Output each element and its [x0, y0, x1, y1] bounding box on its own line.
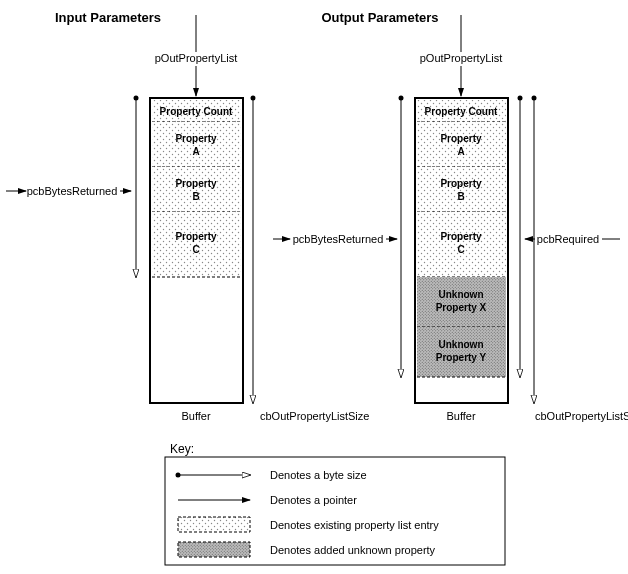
cell-unknown-x-l1-output: Unknown: [439, 289, 484, 300]
cell-property-c-l1-output: Property: [440, 231, 482, 242]
label-poutpropertylist-output: pOutPropertyList: [420, 52, 503, 64]
label-cboutpropertylistsize-output: cbOutPropertyListSize: [535, 410, 628, 422]
output-title: Output Parameters: [321, 10, 438, 25]
label-cboutpropertylistsize-input: cbOutPropertyListSize: [260, 410, 369, 422]
cell-unknown-x-l2-output: Property X: [436, 302, 487, 313]
legend-title: Key:: [170, 442, 194, 456]
svg-rect-14: [152, 167, 241, 212]
svg-rect-29: [417, 167, 506, 212]
cell-property-b-l1-input: Property: [175, 178, 217, 189]
input-title: Input Parameters: [55, 10, 161, 25]
cell-property-b-l1-output: Property: [440, 178, 482, 189]
cell-property-count-output: Property Count: [425, 106, 498, 117]
svg-rect-27: [417, 122, 506, 167]
cell-unknown-y-l2-output: Property Y: [436, 352, 487, 363]
label-buffer-output: Buffer: [446, 410, 475, 422]
cell-property-a-l2-input: A: [192, 146, 199, 157]
cell-property-c-l2-input: C: [192, 244, 199, 255]
cell-unknown-y-l1-output: Unknown: [439, 339, 484, 350]
legend: Key: Denotes a byte size Denotes a point…: [165, 442, 505, 565]
cell-property-a-l1-output: Property: [440, 133, 482, 144]
legend-existing: Denotes existing property list entry: [270, 519, 439, 531]
cell-property-c-l2-output: C: [457, 244, 464, 255]
svg-rect-12: [152, 122, 241, 167]
output-diagram: pOutPropertyList Property Count Property…: [273, 15, 628, 422]
cell-property-a-l2-output: A: [457, 146, 464, 157]
input-diagram: pOutPropertyList Property Count Property…: [6, 15, 369, 422]
svg-rect-48: [178, 542, 250, 557]
cell-property-a-l1-input: Property: [175, 133, 217, 144]
legend-added: Denotes added unknown property: [270, 544, 436, 556]
cell-property-c-l1-input: Property: [175, 231, 217, 242]
label-pcbrequired-output: pcbRequired: [537, 233, 599, 245]
diagram: Input Parameters Output Parameters pOutP…: [0, 0, 628, 574]
legend-byte-size: Denotes a byte size: [270, 469, 367, 481]
label-pcbbytesreturned-input: pcbBytesReturned: [27, 185, 118, 197]
cell-property-count-input: Property Count: [160, 106, 233, 117]
label-buffer-input: Buffer: [181, 410, 210, 422]
cell-property-b-l2-input: B: [192, 191, 199, 202]
cell-property-b-l2-output: B: [457, 191, 464, 202]
label-pcbbytesreturned-output: pcbBytesReturned: [293, 233, 384, 245]
label-poutpropertylist-input: pOutPropertyList: [155, 52, 238, 64]
legend-pointer: Denotes a pointer: [270, 494, 357, 506]
svg-rect-47: [178, 517, 250, 532]
